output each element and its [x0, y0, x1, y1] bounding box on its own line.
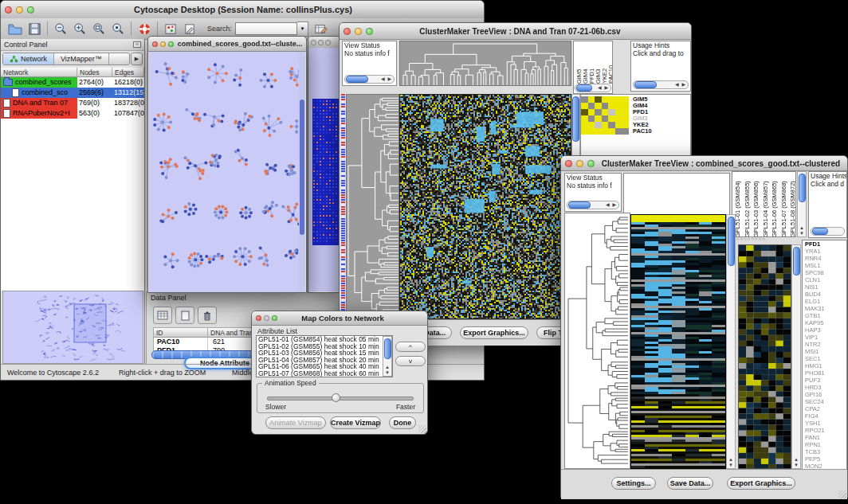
heatmap-cell[interactable] [581, 109, 588, 115]
heatmap-cell[interactable] [622, 115, 629, 122]
dialog-titlebar[interactable]: Map Colors to Network [252, 311, 427, 326]
gene-label[interactable]: HRD3 [803, 384, 846, 391]
gene-label[interactable]: RNR4 [803, 255, 846, 262]
gene-label[interactable]: CLN1 [803, 276, 846, 283]
gene-label[interactable]: FIG4 [803, 412, 846, 420]
global-heatmap-canvas[interactable] [400, 95, 571, 318]
move-up-button[interactable]: ^ [395, 342, 426, 352]
tab-overflow-arrow[interactable]: ▶ [131, 53, 143, 65]
dense-network-canvas[interactable] [308, 48, 341, 291]
scrollbar-thumb[interactable] [634, 81, 657, 88]
view-status-scrollbar[interactable]: ◀ ▶ [567, 201, 619, 209]
animation-speed-slider[interactable] [267, 397, 414, 400]
gene-label[interactable]: SEC1 [803, 355, 846, 362]
zoom-window-icon[interactable] [366, 28, 373, 35]
heatmap-cell[interactable] [602, 122, 609, 128]
open-file-button[interactable] [6, 20, 25, 37]
heatmap-cell[interactable] [615, 103, 622, 109]
scroll-arrows-icon[interactable]: ▲▼ [385, 365, 390, 376]
scrollbar-thumb[interactable] [572, 96, 579, 142]
table-mode-button[interactable] [153, 307, 172, 324]
scrollbar-thumb[interactable] [728, 217, 735, 266]
column-label[interactable]: GPL51-06 (GSM865) [771, 173, 780, 237]
main-titlebar[interactable]: Cytoscape Desktop (Session Name: collins… [1, 1, 484, 19]
gene-label[interactable]: TCB3 [803, 448, 846, 455]
search-dropdown-button[interactable]: ▼ [297, 21, 308, 37]
network-table-row[interactable]: RNAPuberNov2+I563(0)107847(0) [1, 108, 144, 119]
row-dendrogram[interactable] [346, 94, 399, 319]
labels-scrollbar[interactable]: ◀ ▶ [575, 84, 611, 92]
heatmap-cell[interactable] [602, 115, 609, 122]
gene-label[interactable]: SEC24 [803, 398, 846, 405]
column-header-edges[interactable]: Edges [112, 68, 144, 77]
heatmap-cell[interactable] [581, 128, 588, 135]
minimize-icon[interactable] [264, 315, 269, 321]
heatmap-cell[interactable] [615, 109, 622, 115]
column-label[interactable]: GIM5 [575, 42, 582, 84]
zoom-selected-button[interactable] [108, 20, 128, 37]
global-heatmap[interactable] [399, 94, 571, 319]
gene-label[interactable]: PHO81 [803, 369, 846, 377]
gene-label[interactable]: VIP1 [803, 334, 846, 341]
heatmap-cell[interactable] [608, 103, 615, 109]
scrollbar-thumb[interactable] [793, 247, 800, 275]
scrollbar-thumb[interactable] [799, 174, 806, 202]
gene-label[interactable]: HAP3 [803, 326, 846, 334]
zoom-heatmap-canvas[interactable] [739, 245, 791, 468]
row-dendrogram-canvas[interactable] [347, 95, 398, 318]
gene-label[interactable]: SPC98 [803, 269, 846, 276]
scroll-arrows-icon[interactable]: ◀ ▶ [606, 201, 618, 209]
column-header-network[interactable]: Network [1, 68, 77, 77]
gene-label[interactable]: YRA1 [803, 248, 846, 255]
minimize-icon[interactable] [16, 6, 23, 14]
gene-label[interactable]: RPN1 [803, 441, 846, 448]
scroll-arrows-icon[interactable]: ◀ ▶ [675, 81, 688, 88]
attribute-browser-button[interactable] [312, 20, 331, 37]
global-heatmap[interactable] [630, 214, 726, 469]
column-label[interactable]: GPL51-04 (GSM857) [762, 173, 771, 237]
network-table-row[interactable]: DNA and Tran 07769(0)183728(0) [1, 98, 144, 108]
zoom-window-icon[interactable] [325, 40, 331, 45]
heatmap-cell[interactable] [602, 109, 609, 115]
heatmap-cell[interactable] [588, 115, 595, 122]
heatmap-cell[interactable] [615, 96, 622, 103]
treeview2-button[interactable]: Export Graphics... [727, 477, 795, 490]
zoom-window-icon[interactable] [272, 315, 277, 321]
heatmap-cell[interactable] [622, 96, 629, 103]
scroll-arrows-icon[interactable]: ◀ ▶ [381, 76, 394, 83]
zoom-heatmap[interactable] [581, 96, 629, 135]
close-icon[interactable] [311, 40, 316, 45]
slider-thumb[interactable] [332, 393, 340, 402]
usage-hints-scrollbar[interactable]: ◀ ▶ [633, 80, 689, 89]
heatmap-cell[interactable] [595, 109, 602, 115]
heatmap-cell[interactable] [581, 96, 588, 103]
birdseye-canvas[interactable] [3, 291, 143, 363]
attribute-list-scrollbar[interactable]: ▲▼ [383, 336, 392, 377]
gene-label[interactable]: MAK31 [803, 305, 846, 312]
column-header-nodes[interactable]: Nodes [77, 68, 112, 77]
heatmap-cell[interactable] [588, 96, 595, 103]
view-status-scrollbar[interactable]: ◀ ▶ [344, 75, 395, 84]
new-attribute-button[interactable] [175, 307, 194, 324]
scrollbar-thumb[interactable] [812, 228, 828, 235]
heatmap-cell[interactable] [622, 128, 629, 135]
row-dendrogram[interactable] [564, 213, 630, 469]
heatmap-cell[interactable] [581, 115, 588, 122]
heatmap-cell[interactable] [615, 122, 622, 128]
gene-label[interactable]: RPO21 [803, 427, 846, 434]
column-header-id[interactable]: ID [154, 328, 208, 338]
birdseye-view[interactable] [2, 291, 143, 364]
column-dendrogram[interactable] [399, 41, 571, 86]
global-heatmap-canvas[interactable] [631, 215, 725, 469]
scrollbar-thumb[interactable] [300, 100, 304, 235]
heatmap-cell[interactable] [608, 128, 615, 135]
delete-attribute-button[interactable] [198, 307, 217, 324]
column-label[interactable]: GPL51-03 (GSM856) [752, 173, 762, 237]
row-dendrogram-canvas[interactable] [565, 213, 630, 468]
zoom-in-button[interactable] [70, 20, 89, 37]
heatmap-cell[interactable] [588, 122, 595, 128]
gene-label[interactable]: PEP5 [803, 455, 846, 463]
close-icon[interactable] [256, 315, 261, 321]
column-label[interactable]: GPL51-08 (GSM872) [789, 173, 796, 237]
close-icon[interactable] [344, 28, 351, 35]
